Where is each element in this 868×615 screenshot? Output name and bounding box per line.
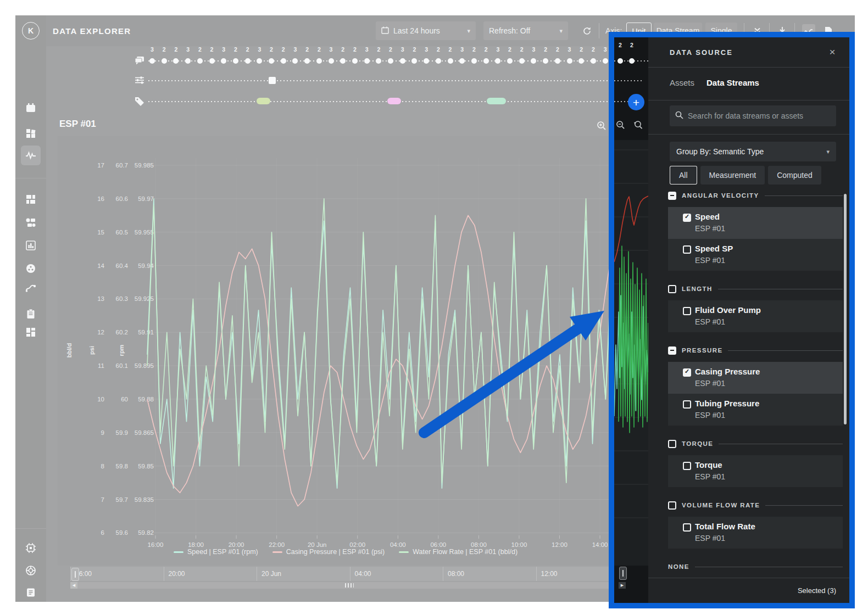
group-label: PRESSURE	[682, 347, 722, 354]
stream-asset: ESP #01	[695, 411, 725, 420]
group-label: LENGTH	[682, 286, 713, 292]
stream-group: NONEGas Flow RateESP #01	[668, 561, 843, 578]
stream-asset: ESP #01	[695, 472, 725, 481]
stream-group: TORQUETorqueESP #01	[668, 438, 843, 487]
filter-measurement-button[interactable]: Measurement	[700, 166, 765, 185]
stream-name: Speed SP	[695, 244, 733, 253]
stream-group: LENGTHFluid Over PumpESP #01	[668, 283, 843, 332]
stream-name: Speed	[695, 212, 720, 221]
stream-asset: ESP #01	[695, 224, 725, 233]
group-checkbox[interactable]	[668, 285, 676, 293]
stream-asset: ESP #01	[695, 256, 725, 265]
stream-checkbox[interactable]	[683, 368, 691, 377]
stream-asset: ESP #01	[695, 379, 725, 388]
stream-checkbox[interactable]	[683, 462, 691, 470]
stream-checkbox[interactable]	[683, 400, 691, 409]
annotation-marker[interactable]	[617, 58, 623, 64]
group-label: TORQUE	[682, 440, 713, 447]
group-label: NONE	[668, 563, 689, 570]
data-source-panel: DATA SOURCE × AssetsData Streams Search …	[648, 37, 849, 603]
stream-checkbox[interactable]	[683, 523, 691, 532]
tab-assets[interactable]: Assets	[670, 78, 694, 87]
stream-name: Total Flow Rate	[695, 522, 755, 531]
stream-name: Fluid Over Pump	[695, 305, 761, 315]
group-checkbox[interactable]	[668, 440, 676, 448]
stream-item-fluid-over-pump[interactable]: Fluid Over PumpESP #01	[668, 300, 843, 332]
data-stream-list: ANGULAR VELOCITYSpeedESP #01Speed SPESP …	[668, 190, 843, 578]
stream-item-torque[interactable]: TorqueESP #01	[668, 455, 843, 487]
stream-item-speed-sp[interactable]: Speed SPESP #01	[668, 239, 843, 271]
group-checkbox[interactable]	[668, 346, 676, 355]
scrubber-right-handle[interactable]	[619, 567, 627, 580]
group-header: TORQUE	[668, 438, 843, 449]
chart-overflow-strip: + ▶ 22	[614, 37, 648, 603]
highlight-box: + ▶ 22 DATA SOURCE × AssetsData Streams …	[609, 32, 855, 608]
stream-name: Tubing Pressure	[695, 399, 759, 408]
annotation-count: 2	[616, 42, 624, 48]
stream-name: Casing Pressure	[695, 367, 760, 376]
stream-checkbox[interactable]	[683, 307, 691, 315]
panel-scrollbar-thumb[interactable]	[844, 194, 847, 424]
tab-data-streams[interactable]: Data Streams	[706, 78, 759, 87]
search-placeholder: Search for data streams or assets	[688, 111, 803, 120]
stream-group: ANGULAR VELOCITYSpeedESP #01Speed SPESP …	[668, 190, 843, 271]
search-input[interactable]: Search for data streams or assets	[670, 105, 836, 126]
stream-name: Torque	[695, 460, 722, 469]
filter-all-button[interactable]: All	[670, 166, 697, 185]
selected-count: Selected (3)	[648, 578, 849, 603]
group-header: LENGTH	[668, 283, 843, 294]
stream-asset: ESP #01	[695, 317, 725, 326]
stream-asset: ESP #01	[695, 534, 725, 543]
stream-item-speed[interactable]: SpeedESP #01	[668, 207, 843, 239]
stream-item-casing-pressure[interactable]: Casing PressureESP #01	[668, 362, 843, 394]
group-checkbox[interactable]	[668, 192, 676, 200]
add-annotation-button[interactable]: +	[628, 94, 644, 110]
stream-checkbox[interactable]	[683, 214, 691, 222]
group-label: ANGULAR VELOCITY	[682, 192, 759, 199]
group-label: VOLUME FLOW RATE	[682, 502, 760, 508]
group-header: PRESSURE	[668, 345, 843, 356]
stream-group: PRESSURECasing PressureESP #01Tubing Pre…	[668, 345, 843, 426]
group-header: NONE	[668, 561, 843, 572]
filter-computed-button[interactable]: Computed	[768, 166, 821, 185]
zoom-out-icon[interactable]	[616, 120, 625, 130]
stream-checkbox[interactable]	[683, 245, 691, 254]
stream-group: VOLUME FLOW RATETotal Flow RateESP #01	[668, 500, 843, 549]
group-header: VOLUME FLOW RATE	[668, 500, 843, 511]
group-header: ANGULAR VELOCITY	[668, 190, 843, 201]
group-checkbox[interactable]	[668, 501, 676, 510]
search-icon	[675, 111, 683, 121]
close-icon[interactable]: ×	[826, 46, 838, 58]
chevron-down-icon: ▾	[826, 148, 830, 155]
annotation-marker[interactable]	[629, 58, 635, 64]
stream-item-tubing-pressure[interactable]: Tubing PressureESP #01	[668, 394, 843, 426]
annotation-count: 2	[628, 42, 636, 48]
stream-item-total-flow-rate[interactable]: Total Flow RateESP #01	[668, 517, 843, 549]
group-by-select[interactable]: Group By: Semantic Type ▾	[670, 142, 836, 161]
scroll-right-arrow[interactable]: ▶	[619, 582, 626, 589]
zoom-reset-icon[interactable]	[633, 120, 643, 130]
panel-title: DATA SOURCE	[648, 37, 849, 67]
